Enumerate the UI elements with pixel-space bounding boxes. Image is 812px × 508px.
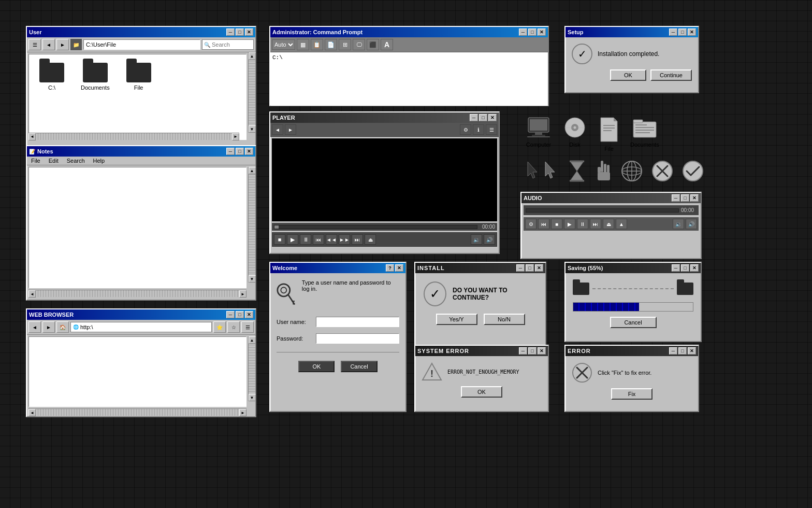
hscroll-right-btn[interactable]: ► [232, 133, 239, 140]
cmd-btn6[interactable]: ⬛ [367, 39, 379, 50]
cmd-maximize-btn[interactable]: □ [528, 29, 536, 36]
notes-textarea[interactable] [29, 167, 246, 288]
audio-vol-up-btn[interactable]: 🔊 [686, 219, 697, 229]
web-hscrollbar[interactable]: ◄ ► [28, 408, 247, 416]
player-pause-btn[interactable]: ⏸ [300, 234, 311, 245]
audio-maximize-btn[interactable]: □ [681, 194, 689, 202]
notes-menu-edit[interactable]: Edit [47, 157, 61, 164]
user-address-bar[interactable] [83, 39, 200, 50]
welcome-ok-btn[interactable]: OK [298, 361, 335, 372]
notes-menu-search[interactable]: Search [65, 157, 87, 164]
user-menu-btn[interactable]: ☰ [28, 39, 41, 50]
saving-close-btn[interactable]: ✕ [690, 264, 699, 272]
user-back-btn[interactable]: ◄ [42, 39, 55, 50]
audio-fwd-btn[interactable]: ⏭ [590, 219, 601, 229]
notes-content[interactable] [28, 167, 247, 288]
notes-vscroll-down[interactable]: ▼ [249, 275, 256, 283]
notes-minimize-btn[interactable]: ─ [226, 148, 235, 155]
welcome-cancel-btn[interactable]: Cancel [341, 361, 377, 372]
audio-seekbar[interactable] [526, 208, 679, 213]
saving-maximize-btn[interactable]: □ [681, 264, 689, 272]
install-close-btn[interactable]: ✕ [535, 264, 543, 272]
web-close-btn[interactable]: ✕ [245, 311, 253, 318]
icon-documents[interactable]: Documents [630, 117, 659, 152]
web-maximize-btn[interactable]: □ [236, 311, 244, 318]
user-vscrollbar[interactable]: ▲ ▼ [248, 52, 255, 133]
audio-prev-btn[interactable]: ⏮ [538, 219, 549, 229]
web-hscroll-left[interactable]: ◄ [28, 409, 36, 416]
notes-close-btn[interactable]: ✕ [245, 148, 253, 155]
notes-vscroll-up[interactable]: ▲ [249, 167, 256, 174]
saving-minimize-btn[interactable]: ─ [672, 264, 680, 272]
setup-continue-btn[interactable]: Continue [650, 69, 692, 81]
player-maximize-btn[interactable]: □ [479, 114, 487, 121]
web-hscroll-right[interactable]: ► [239, 409, 247, 416]
player-eject-btn[interactable]: ⏏ [365, 234, 376, 245]
sysErr-maximize-btn[interactable]: □ [528, 347, 536, 355]
welcome-username-input[interactable] [316, 317, 399, 327]
web-vscroll-up[interactable]: ▲ [249, 336, 256, 344]
icon-disk[interactable]: Disk [562, 117, 588, 152]
audio-play-btn[interactable]: ▶ [564, 219, 575, 229]
notes-hscroll-left[interactable]: ◄ [28, 290, 36, 298]
user-hscrollbar[interactable]: ◄ ► [28, 133, 239, 140]
notes-maximize-btn[interactable]: □ [236, 148, 244, 155]
welcome-close-btn[interactable]: ✕ [395, 264, 403, 272]
error-fix-btn[interactable]: Fix [611, 388, 653, 400]
cmd-font-btn[interactable]: A [381, 39, 393, 50]
web-vscrollbar[interactable]: ▲ ▼ [248, 336, 255, 401]
cmd-btn4[interactable]: ⊞ [339, 39, 351, 50]
error-close-btn[interactable]: ✕ [688, 347, 696, 355]
user-maximize-btn[interactable]: □ [236, 29, 244, 36]
audio-stop-btn[interactable]: ■ [551, 219, 562, 229]
audio-pause-btn[interactable]: ⏸ [577, 219, 588, 229]
install-maximize-btn[interactable]: □ [526, 264, 534, 272]
cmd-btn5[interactable]: 🖵 [353, 39, 365, 50]
cmd-minimize-btn[interactable]: ─ [519, 29, 527, 36]
player-rwd-btn[interactable]: ◄◄ [326, 234, 337, 245]
setup-ok-btn[interactable]: OK [610, 69, 646, 81]
player-seekbar[interactable] [274, 225, 477, 229]
notes-menu-help[interactable]: Help [91, 157, 107, 164]
web-minimize-btn[interactable]: ─ [226, 311, 235, 318]
user-minimize-btn[interactable]: ─ [226, 29, 235, 36]
folder-c-drive[interactable]: C:\ [39, 63, 64, 91]
audio-minimize-btn[interactable]: ─ [672, 194, 680, 202]
audio-settings-btn[interactable]: ⚙ [525, 219, 536, 229]
player-next-btn[interactable]: ⏭ [352, 234, 363, 245]
audio-vol-down-btn[interactable]: 🔉 [673, 219, 684, 229]
audio-close-btn[interactable]: ✕ [690, 194, 699, 202]
player-menu-btn2[interactable]: ☰ [486, 124, 497, 135]
player-vol-down-btn[interactable]: 🔉 [471, 234, 482, 245]
error-minimize-btn[interactable]: ─ [669, 347, 677, 355]
notes-hscroll-right[interactable]: ► [239, 290, 247, 298]
folder-file[interactable]: File [126, 63, 151, 91]
player-settings-btn[interactable]: ⚙ [460, 124, 471, 135]
player-minimize-btn[interactable]: ─ [470, 114, 478, 121]
user-close-btn[interactable]: ✕ [245, 29, 253, 36]
setup-close-btn[interactable]: ✕ [688, 29, 696, 36]
icon-computer[interactable]: Computer [526, 117, 552, 152]
sysErr-minimize-btn[interactable]: ─ [519, 347, 527, 355]
web-vscroll-down[interactable]: ▼ [249, 394, 256, 401]
audio-eject-btn[interactable]: ⏏ [603, 219, 614, 229]
install-no-btn[interactable]: No/N [484, 314, 525, 325]
web-menu-btn[interactable]: ☰ [241, 321, 254, 333]
welcome-help-btn[interactable]: ? [386, 264, 394, 272]
cmd-paste-btn[interactable]: 📄 [325, 39, 337, 50]
web-home-btn[interactable]: 🏠 [56, 321, 69, 333]
player-close-btn[interactable]: ✕ [488, 114, 497, 121]
install-minimize-btn[interactable]: ─ [516, 264, 525, 272]
web-bookmark-btn[interactable]: ⭐ [213, 321, 226, 333]
vscroll-down-btn[interactable]: ▼ [249, 125, 256, 133]
cmd-content[interactable]: C:\ [270, 52, 548, 106]
vscroll-up-btn[interactable]: ▲ [249, 52, 256, 60]
saving-cancel-btn[interactable]: Cancel [610, 317, 657, 328]
player-stop-btn[interactable]: ■ [274, 234, 285, 245]
web-star-btn[interactable]: ☆ [227, 321, 240, 333]
web-address-bar[interactable] [80, 324, 209, 330]
player-back-btn[interactable]: ◄ [272, 124, 283, 135]
cmd-dropdown[interactable]: Auto [272, 39, 295, 50]
player-play-btn[interactable]: ▶ [287, 234, 298, 245]
error-maximize-btn[interactable]: □ [678, 347, 687, 355]
